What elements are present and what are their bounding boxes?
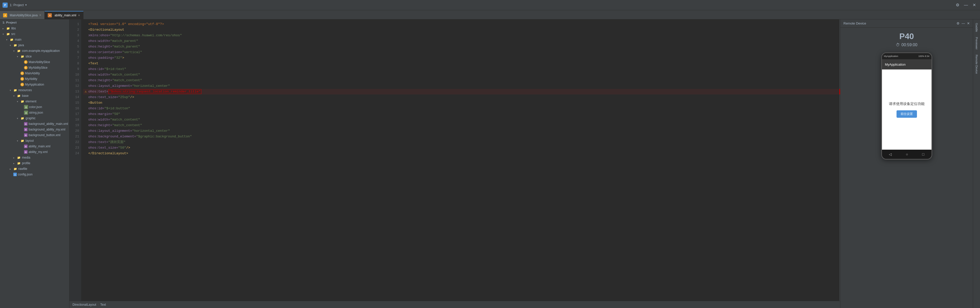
code-line-2: <DirectionalLayout <box>83 27 840 33</box>
tree-item-background_button_xml[interactable]: ▤background_button.xml <box>0 132 69 138</box>
token: > <box>126 152 128 155</box>
tree-item-base[interactable]: ▾📁base <box>0 93 69 99</box>
token: <?xml version="1.0" encoding="utf-8"?> <box>88 22 164 26</box>
tree-item-ability_my_xml[interactable]: ▤ability_my.xml <box>0 149 69 155</box>
phone-status-app: MyApplication <box>884 55 898 57</box>
tree-item-MyAbility[interactable]: CMyAbility <box>0 76 69 82</box>
tree-item-string_json[interactable]: {}string.json <box>0 110 69 115</box>
line-number-11: 11 <box>70 78 79 83</box>
token: ohos:width= <box>88 73 110 77</box>
tree-item-slice[interactable]: ▾📁slice <box>0 54 69 59</box>
tree-item-label: ability_my.xml <box>29 150 48 154</box>
minimize-icon[interactable]: — <box>963 2 969 8</box>
tree-item-icon: C <box>21 72 24 75</box>
line-number-6: 6 <box>70 49 79 55</box>
code-line-15: <Button <box>83 100 840 106</box>
code-line-14: ohos:text_size="25vp"/> <box>83 94 840 100</box>
tree-item-src[interactable]: ▾📁src <box>0 31 69 37</box>
tree-item-element[interactable]: ▾📁element <box>0 99 69 104</box>
sidebar-header: 1: Project <box>0 19 69 26</box>
tree-item-ability_main_xml[interactable]: ▤ability_main.xml <box>0 144 69 149</box>
tree-item-layout[interactable]: ▾📁layout <box>0 138 69 144</box>
tab-close-xml[interactable]: ✕ <box>78 14 80 17</box>
phone-back-icon[interactable]: ◁ <box>889 152 892 156</box>
device-time-value: 00:59:00 <box>901 43 917 47</box>
line-number-21: 21 <box>70 134 79 139</box>
tree-item-color_json[interactable]: {}color.json <box>0 104 69 110</box>
tree-item-MainAbilitySlice[interactable]: CMainAbilitySlice <box>0 59 69 65</box>
tree-item-com_example_myapplication[interactable]: ▾📁com.example.myapplication <box>0 48 69 54</box>
project-dropdown-icon[interactable]: ▾ <box>25 3 27 6</box>
phone-content: 请求使用设备定位功能 前往设置 <box>882 69 932 150</box>
phone-screen: MyApplication 请求使用设备定位功能 前往设置 <box>882 59 932 150</box>
phone-home-icon[interactable]: ○ <box>906 152 908 156</box>
tree-item-media[interactable]: ▸📁media <box>0 155 69 160</box>
remote-settings-icon[interactable]: ⚙ <box>956 21 959 25</box>
tree-item-icon: 📁 <box>13 43 18 47</box>
code-text-17: ohos:margin="50" <box>88 111 840 117</box>
remote-close-icon[interactable]: ✕ <box>967 21 970 25</box>
remote-minimize-icon[interactable]: — <box>962 21 965 25</box>
tab-ability-main[interactable]: X ability_main.xml ✕ <box>45 11 83 19</box>
remote-panel: Remote Device ⚙ — ✕ P40 ⏱ 00:59:00 MyApp… <box>840 19 973 308</box>
code-text-13: ohos:text="$ohos:string:request_location… <box>88 89 840 94</box>
tree-item-libs[interactable]: ▸📁libs <box>0 26 69 31</box>
token: "25vp" <box>118 95 130 99</box>
tab-close-java[interactable]: ✕ <box>39 14 41 17</box>
tree-item-resources[interactable]: ▾📁resources <box>0 87 69 93</box>
tree-item-rawfile[interactable]: ▸📁rawfile <box>0 166 69 172</box>
settings-icon[interactable]: ⚙ <box>954 2 961 8</box>
token: "match_content" <box>112 123 142 127</box>
tree-item-main[interactable]: ▾📁main <box>0 37 69 42</box>
breadcrumb-item-0[interactable]: DirectionalLayout <box>73 303 96 306</box>
tree-item-config_json[interactable]: {}config.json <box>0 172 69 177</box>
tree-item-label: color.json <box>29 105 42 109</box>
tree-arrow: ▾ <box>13 94 17 97</box>
token: ohos:text= <box>88 140 108 144</box>
token: ohos:padding= <box>88 56 114 60</box>
code-line-22: ohos:text="跳转页面" <box>83 139 840 145</box>
code-content[interactable]: <?xml version="1.0" encoding="utf-8"?><D… <box>81 19 840 301</box>
line-number-14: 14 <box>70 94 79 100</box>
tree-item-label: config.json <box>18 172 32 176</box>
close-icon[interactable]: ✕ <box>971 2 977 8</box>
phone-frame: MyApplication 100% 8:34 MyApplication 请求… <box>881 53 932 160</box>
line-number-10: 10 <box>70 72 79 78</box>
remote-header: Remote Device ⚙ — ✕ <box>840 19 973 27</box>
tree-item-label: background_button.xml <box>29 133 60 137</box>
tree-item-label: ability_main.xml <box>29 145 50 148</box>
token: ohos:width= <box>88 39 110 43</box>
tree-item-MainAbility[interactable]: CMainAbility <box>0 70 69 76</box>
tree-item-label: MainAbility <box>25 72 40 75</box>
code-line-13: ⚠ ohos:text="$ohos:string:request_locati… <box>83 89 840 94</box>
breadcrumb-item-1[interactable]: Text <box>100 303 106 306</box>
tree-item-background_ability_my_xml[interactable]: ▤background_ability_my.xml <box>0 127 69 132</box>
previewer-tab[interactable]: Previewer <box>974 35 979 52</box>
tree-item-MyApplication[interactable]: CMyApplication <box>0 82 69 87</box>
remote-device-tab[interactable]: Remote Device <box>974 52 979 77</box>
phone-recents-icon[interactable]: □ <box>922 152 924 156</box>
line-number-8: 8 <box>70 61 79 66</box>
code-line-17: ohos:margin="50" <box>83 111 840 117</box>
gaddle-tab[interactable]: Gaddle <box>974 21 979 35</box>
tree-item-graphic[interactable]: ▾📁graphic <box>0 115 69 121</box>
tree-item-label: media <box>22 156 30 160</box>
line-number-19: 19 <box>70 123 79 128</box>
tree-item-icon: {} <box>13 172 17 176</box>
token: "match_content" <box>112 78 142 82</box>
token: ohos:margin= <box>88 112 112 116</box>
tree-item-java[interactable]: ▾📁java <box>0 42 69 48</box>
code-line-11: ohos:height="match_content" <box>83 78 840 83</box>
tab-mainabilityslice[interactable]: J MainAbilitySlice.java ✕ <box>0 11 45 19</box>
tree-item-label: MyApplication <box>25 83 44 86</box>
phone-status-bar: MyApplication 100% 8:34 <box>882 53 932 59</box>
phone-settings-button[interactable]: 前往设置 <box>897 110 917 118</box>
tree-item-icon: 📁 <box>21 54 24 59</box>
line-number-9: 9 <box>70 66 79 72</box>
token: < <box>88 101 91 105</box>
tree-item-profile[interactable]: ▸📁profile <box>0 160 69 166</box>
tree-item-background_ability_main_xml[interactable]: ▤background_ability_main.xml <box>0 121 69 127</box>
token: Text <box>91 62 98 65</box>
tree-item-MyAbilitySlice[interactable]: CMyAbilitySlice <box>0 65 69 70</box>
main-layout: 1: Project ▸📁libs▾📁src▾📁main▾📁java▾📁com.… <box>0 19 980 308</box>
